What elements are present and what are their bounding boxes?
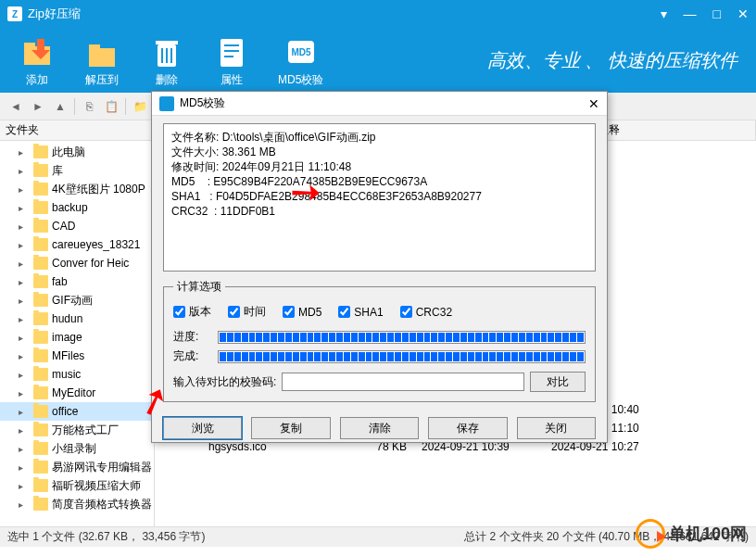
dropdown-icon[interactable]: ▾ [661,6,667,21]
minimize-icon[interactable]: — [684,6,697,21]
copy-button[interactable]: 复制 [251,417,330,439]
separator [74,98,75,115]
tree-item[interactable]: ▸福昕视频压缩大师 [0,476,154,495]
tree-item[interactable]: ▸CAD [0,217,154,235]
svg-rect-7 [166,48,168,63]
check-time[interactable]: 时间 [228,304,266,320]
tree-item[interactable]: ▸万能格式工厂 [0,421,154,439]
separator [125,98,126,115]
delete-icon [148,33,185,70]
svg-rect-3 [89,44,100,50]
col-comment[interactable]: 注释 [590,120,756,140]
tree-item[interactable]: ▸此电脑 [0,143,154,161]
svg-rect-1 [24,43,35,48]
tree-item[interactable]: ▸Conver for Heic [0,254,154,272]
add-label: 添加 [26,72,48,88]
options-fieldset: 计算选项 版本 时间 MD5 SHA1 CRC32 进度: 完成: 输入待对比的… [163,279,596,402]
paste-icon[interactable]: 📋 [103,98,120,115]
checks: 版本 时间 MD5 SHA1 CRC32 [173,304,586,320]
up-icon[interactable]: ▲ [52,98,69,115]
tree-item[interactable]: ▸简度音频格式转换器 [0,495,154,513]
svg-rect-6 [161,48,163,63]
folder-icon[interactable]: 📁 [132,98,148,115]
tree-item[interactable]: ▸4K壁纸图片 1080P [0,180,154,198]
tree-item[interactable]: ▸careueyes_18321 [0,235,154,254]
dialog-titlebar[interactable]: MD5校验 ✕ [152,92,607,116]
extract-icon [83,33,120,70]
md5-button[interactable]: MD5 MD5校验 [278,33,323,88]
slogan: 高效、专业 、 快速的压缩软件 [487,48,737,73]
extract-label: 解压到 [85,72,119,88]
tree-item[interactable]: ▸hudun [0,310,154,328]
tree-item[interactable]: ▸backup [0,198,154,217]
status-left: 选中 1 个文件 (32.67 KB， 33,456 字节) [7,529,205,545]
info-md5: MD5 : E95C89B4F220A74385B2B9E9ECC9673A [171,174,587,189]
annotation-arrow-icon: ➘ [288,175,321,208]
check-version[interactable]: 版本 [173,304,211,320]
dialog-title: MD5校验 [180,95,225,111]
done-bar [218,350,586,363]
check-sha1[interactable]: SHA1 [338,304,383,320]
dialog-body: 文件名称: D:\tools\桌面\office\GIF动画.zip 文件大小:… [152,116,607,410]
tree-item[interactable]: ▸小组录制 [0,439,154,458]
compare-button[interactable]: 对比 [530,372,586,392]
tree-item[interactable]: ▸MyEditor [0,384,154,402]
check-crc32[interactable]: CRC32 [400,304,452,320]
delete-label: 删除 [156,72,178,88]
window-controls: ▾ — □ ✕ [661,6,749,21]
info-modtime: 修改时间: 2024年09月21日 11:10:48 [171,159,587,174]
props-button[interactable]: 属性 [213,33,250,88]
compare-row: 输入待对比的校验码: 对比 [173,372,586,392]
back-icon[interactable]: ◄ [7,98,24,115]
svg-rect-11 [224,50,239,52]
dialog-buttons: 浏览 复制 清除 保存 关闭 [152,410,607,447]
info-crc32: CRC32 : 11DDF0B1 [171,204,587,219]
svg-rect-10 [224,44,239,46]
close-button[interactable]: 关闭 [517,417,596,439]
clear-button[interactable]: 清除 [340,417,419,439]
progress-label: 进度: [173,329,210,345]
tree-item[interactable]: ▸image [0,328,154,347]
progress-row: 进度: [173,329,586,345]
extract-button[interactable]: 解压到 [83,33,120,88]
info-box[interactable]: 文件名称: D:\tools\桌面\office\GIF动画.zip 文件大小:… [163,123,596,272]
delete-button[interactable]: 删除 [148,33,185,88]
compare-input[interactable] [282,373,524,391]
app-title: Zip好压缩 [28,6,81,22]
info-filename: 文件名称: D:\tools\桌面\office\GIF动画.zip [171,130,587,145]
close-icon[interactable]: ✕ [737,6,749,21]
info-sha1: SHA1 : F04D5DFAE2B298485B4ECC68E3F2653A8… [171,189,587,204]
titlebar: Z Zip好压缩 ▾ — □ ✕ [0,0,756,28]
tree-item[interactable]: ▸易游网讯专用编辑器 [0,458,154,476]
progress-bar [218,331,586,344]
svg-text:MD5: MD5 [291,47,311,57]
svg-rect-12 [224,56,233,57]
md5-dialog: MD5校验 ✕ 文件名称: D:\tools\桌面\office\GIF动画.z… [151,91,608,443]
tree-item[interactable]: ▸music [0,365,154,384]
done-row: 完成: [173,348,586,364]
maximize-icon[interactable]: □ [713,6,721,21]
add-icon [19,33,56,70]
tree-item[interactable]: ▸MFiles [0,347,154,365]
info-filesize: 文件大小: 38.361 MB [171,145,587,159]
save-button[interactable]: 保存 [428,417,507,439]
tree-item[interactable]: ▸fab [0,272,154,291]
add-button[interactable]: 添加 [19,33,56,88]
md5-icon: MD5 [283,33,320,70]
tree-item[interactable]: ▸库 [0,161,154,180]
toolbar: 添加 解压到 删除 属性 MD5 MD5校验 高效、专业 、 快速的压缩软件 [0,28,756,93]
dialog-close-icon[interactable]: ✕ [588,96,599,111]
props-label: 属性 [220,72,243,88]
check-md5[interactable]: MD5 [283,304,321,320]
copy-icon[interactable]: ⎘ [81,98,97,115]
folder-tree[interactable]: ▸此电脑▸库▸4K壁纸图片 1080P▸backup▸CAD▸careueyes… [0,141,154,526]
fwd-icon[interactable]: ► [30,98,46,115]
svg-rect-9 [220,39,243,67]
tree-item[interactable]: ▸office [0,402,154,421]
svg-rect-8 [170,48,172,63]
browse-button[interactable]: 浏览 [163,417,242,439]
watermark: 单机100网 [636,519,747,549]
tree-item[interactable]: ▸GIF动画 [0,291,154,310]
svg-rect-2 [89,48,115,67]
watermark-icon [636,519,665,549]
